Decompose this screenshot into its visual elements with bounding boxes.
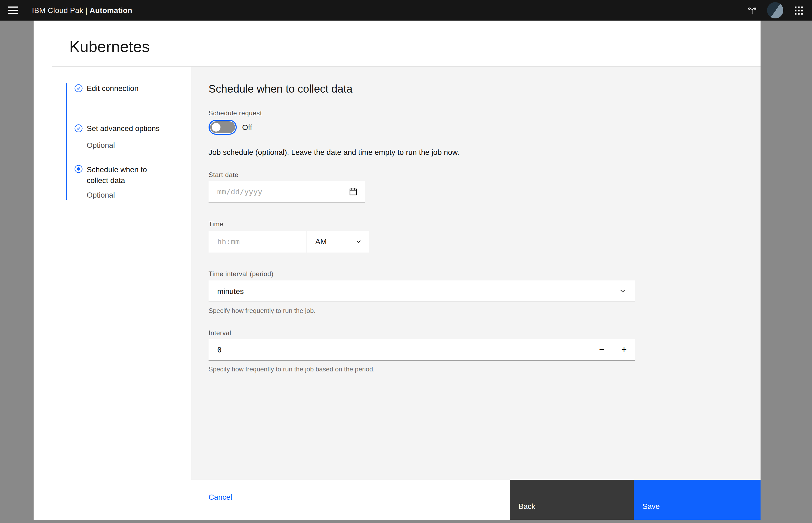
- cancel-button[interactable]: Cancel: [209, 493, 232, 501]
- progress-steps: Edit connection Set advanced options Opt…: [66, 84, 191, 200]
- step-text: Edit connection: [87, 84, 138, 93]
- schedule-form: Schedule when to collect data Schedule r…: [191, 67, 761, 480]
- avatar: [767, 2, 783, 18]
- decrement-button[interactable]: −: [591, 339, 613, 360]
- modal-body: Edit connection Set advanced options Opt…: [52, 66, 761, 480]
- save-button[interactable]: Save: [634, 480, 761, 520]
- increment-button[interactable]: +: [613, 339, 635, 360]
- step-current-icon: [74, 165, 83, 173]
- footer-left: Cancel: [34, 480, 510, 520]
- form-heading: Schedule when to collect data: [209, 82, 761, 96]
- app-switcher-icon: [794, 6, 803, 15]
- step-schedule-collect-data[interactable]: Schedule when to collect data Optional: [74, 164, 191, 200]
- start-date-label: Start date: [209, 170, 761, 179]
- interval-number-input: − +: [209, 339, 635, 361]
- progress-sidebar: Edit connection Set advanced options Opt…: [52, 67, 191, 480]
- hamburger-icon: [8, 6, 18, 14]
- meridiem-value: AM: [315, 237, 326, 246]
- connection-wizard-modal: Kubernetes Edit connection: [34, 21, 761, 520]
- fork-button[interactable]: [739, 0, 764, 21]
- back-button[interactable]: Back: [510, 480, 634, 520]
- interval-helper-text: Specify how frequently to run the job ba…: [209, 365, 761, 374]
- time-input[interactable]: [209, 231, 306, 252]
- step-label: Schedule when to collect data: [87, 164, 162, 186]
- calendar-button[interactable]: [346, 184, 361, 199]
- chevron-down-icon: [619, 288, 626, 294]
- step-text: Set advanced options Optional: [87, 123, 160, 150]
- step-label: Set advanced options: [87, 123, 160, 133]
- step-complete-icon: [74, 124, 83, 133]
- calendar-icon: [349, 187, 357, 196]
- fork-icon: [747, 6, 757, 15]
- screen: IBM Cloud Pak | Automation: [0, 0, 812, 523]
- period-value: minutes: [217, 287, 244, 295]
- schedule-request-toggle[interactable]: [210, 121, 235, 133]
- toggle-state-label: Off: [242, 123, 252, 131]
- hamburger-menu-button[interactable]: [0, 0, 26, 21]
- top-header: IBM Cloud Pak | Automation: [0, 0, 812, 21]
- schedule-request-toggle-row: Off: [209, 121, 761, 134]
- start-date-input[interactable]: [209, 181, 365, 202]
- header-actions: [739, 0, 811, 21]
- step-complete-icon: [74, 84, 83, 93]
- modal-header: Kubernetes: [34, 21, 761, 66]
- time-label: Time: [209, 220, 761, 229]
- interval-value-input[interactable]: [209, 339, 591, 360]
- start-date-field: [209, 181, 365, 202]
- header-brand-text: IBM Cloud Pak |: [32, 6, 87, 15]
- schedule-request-label: Schedule request: [209, 109, 761, 118]
- period-dropdown[interactable]: minutes: [209, 281, 635, 302]
- header-brand-product: Automation: [90, 6, 133, 15]
- time-interval-period-label: Time interval (period): [209, 270, 761, 278]
- step-text: Schedule when to collect data Optional: [87, 164, 162, 200]
- step-edit-connection[interactable]: Edit connection: [74, 84, 191, 93]
- modal-footer: Cancel Back Save: [34, 480, 761, 520]
- chevron-down-icon: [355, 238, 362, 245]
- header-brand: IBM Cloud Pak | Automation: [32, 6, 132, 15]
- interval-label: Interval: [209, 329, 761, 337]
- job-schedule-description: Job schedule (optional). Leave the date …: [209, 147, 761, 158]
- step-optional-label: Optional: [87, 190, 162, 200]
- avatar-button[interactable]: [764, 0, 786, 21]
- period-helper-text: Specify how frequently to run the job.: [209, 306, 761, 315]
- meridiem-select[interactable]: AM: [306, 231, 369, 252]
- time-field: AM: [209, 231, 369, 252]
- step-set-advanced-options[interactable]: Set advanced options Optional: [74, 123, 191, 150]
- app-switcher-button[interactable]: [786, 0, 811, 21]
- step-label: Edit connection: [87, 84, 138, 93]
- page-title: Kubernetes: [69, 37, 761, 56]
- step-optional-label: Optional: [87, 140, 160, 150]
